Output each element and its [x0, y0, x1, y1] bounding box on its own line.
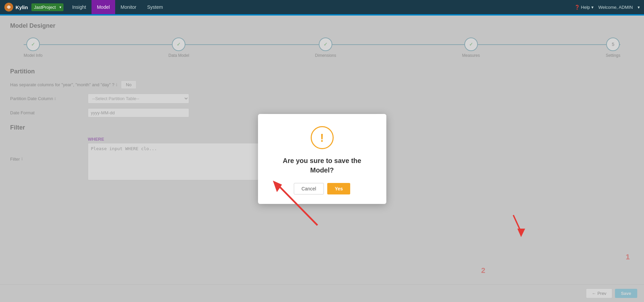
- brand: Kylin: [4, 2, 28, 12]
- exclamation-icon: !: [320, 132, 324, 143]
- confirm-modal: ! Are you sure to save theModel? Cancel …: [258, 114, 386, 204]
- nav-model[interactable]: Model: [92, 0, 115, 14]
- modal-buttons: Cancel Yes: [294, 183, 351, 194]
- modal-overlay: ! Are you sure to save theModel? Cancel …: [0, 16, 644, 302]
- page: Model Designer ✓ Model Info ✓ Data Model…: [0, 16, 644, 302]
- welcome-label: Welcome, ADMIN: [598, 5, 633, 10]
- modal-title: Are you sure to save theModel?: [283, 156, 361, 175]
- user-menu-icon[interactable]: ▾: [638, 5, 640, 10]
- nav-right: ❓ Help ▾ Welcome, ADMIN ▾: [574, 5, 640, 10]
- project-selector-wrapper[interactable]: JastProject: [31, 3, 63, 11]
- project-selector[interactable]: JastProject: [31, 3, 63, 11]
- nav-links: Insight Model Monitor System: [67, 0, 169, 14]
- nav-insight[interactable]: Insight: [67, 0, 92, 14]
- modal-yes-button[interactable]: Yes: [327, 183, 350, 194]
- brand-label: Kylin: [16, 4, 28, 10]
- brand-icon: [4, 2, 14, 12]
- help-menu[interactable]: ❓ Help ▾: [574, 5, 594, 10]
- nav-monitor[interactable]: Monitor: [115, 0, 142, 14]
- modal-cancel-button[interactable]: Cancel: [294, 183, 324, 194]
- navbar: Kylin JastProject Insight Model Monitor …: [0, 0, 644, 14]
- nav-system[interactable]: System: [142, 0, 169, 14]
- modal-warning-icon-wrap: !: [311, 126, 334, 149]
